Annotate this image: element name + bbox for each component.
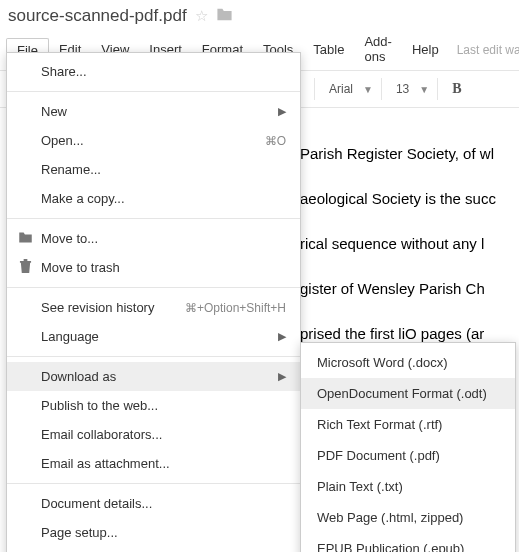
menu-separator <box>7 356 300 357</box>
download-html[interactable]: Web Page (.html, zipped) <box>301 502 515 533</box>
menu-move-to[interactable]: Move to... <box>7 224 300 253</box>
menu-help[interactable]: Help <box>402 38 449 63</box>
menu-language[interactable]: Language ▶ <box>7 322 300 351</box>
menu-email-attachment[interactable]: Email as attachment... <box>7 449 300 478</box>
toolbar-divider <box>314 78 315 100</box>
bold-button[interactable]: B <box>444 77 469 101</box>
font-size: 13 <box>396 82 409 96</box>
font-name: Arial <box>329 82 353 96</box>
menu-separator <box>7 91 300 92</box>
font-size-selector[interactable]: 13 ▼ <box>388 78 438 100</box>
doc-line: gister of Wensley Parish Ch <box>300 278 519 301</box>
trash-icon <box>17 259 33 277</box>
menu-publish-web[interactable]: Publish to the web... <box>7 391 300 420</box>
submenu-arrow-icon: ▶ <box>278 370 286 383</box>
download-epub[interactable]: EPUB Publication (.epub) <box>301 533 515 552</box>
menu-move-to-trash[interactable]: Move to trash <box>7 253 300 282</box>
keyboard-shortcut: ⌘+Option+Shift+H <box>185 301 286 315</box>
download-as-submenu: Microsoft Word (.docx) OpenDocument Form… <box>300 342 516 552</box>
download-txt[interactable]: Plain Text (.txt) <box>301 471 515 502</box>
menu-download-as[interactable]: Download as ▶ <box>7 362 300 391</box>
titlebar: source-scanned-pdf.pdf ☆ <box>0 0 519 28</box>
download-pdf[interactable]: PDF Document (.pdf) <box>301 440 515 471</box>
menu-rename[interactable]: Rename... <box>7 155 300 184</box>
chevron-down-icon: ▼ <box>419 84 429 95</box>
menu-table[interactable]: Table <box>303 38 354 63</box>
font-selector[interactable]: Arial ▼ <box>321 78 382 100</box>
last-edit-label[interactable]: Last edit was <box>457 43 519 57</box>
doc-line: rical sequence without any l <box>300 233 519 256</box>
download-rtf[interactable]: Rich Text Format (.rtf) <box>301 409 515 440</box>
menu-open[interactable]: Open... ⌘O <box>7 126 300 155</box>
menu-page-setup[interactable]: Page setup... <box>7 518 300 547</box>
star-icon[interactable]: ☆ <box>195 7 208 25</box>
submenu-arrow-icon: ▶ <box>278 105 286 118</box>
download-docx[interactable]: Microsoft Word (.docx) <box>301 347 515 378</box>
folder-icon <box>17 231 33 247</box>
submenu-arrow-icon: ▶ <box>278 330 286 343</box>
chevron-down-icon: ▼ <box>363 84 373 95</box>
download-odt[interactable]: OpenDocument Format (.odt) <box>301 378 515 409</box>
menu-addons[interactable]: Add-ons <box>354 30 401 70</box>
keyboard-shortcut: ⌘O <box>265 134 286 148</box>
menu-revision-history[interactable]: See revision history ⌘+Option+Shift+H <box>7 293 300 322</box>
file-dropdown: Share... New ▶ Open... ⌘O Rename... Make… <box>6 52 301 552</box>
bold-label: B <box>452 81 461 97</box>
menu-print[interactable]: Print ⌘P <box>7 547 300 552</box>
menu-share[interactable]: Share... <box>7 57 300 86</box>
menu-make-copy[interactable]: Make a copy... <box>7 184 300 213</box>
folder-icon[interactable] <box>216 7 233 25</box>
menu-new[interactable]: New ▶ <box>7 97 300 126</box>
menu-document-details[interactable]: Document details... <box>7 489 300 518</box>
doc-line: aeological Society is the succ <box>300 188 519 211</box>
menu-separator <box>7 287 300 288</box>
document-title[interactable]: source-scanned-pdf.pdf <box>8 6 187 26</box>
doc-line: Parish Register Society, of wl <box>300 143 519 166</box>
menu-separator <box>7 483 300 484</box>
menu-separator <box>7 218 300 219</box>
menu-email-collaborators[interactable]: Email collaborators... <box>7 420 300 449</box>
